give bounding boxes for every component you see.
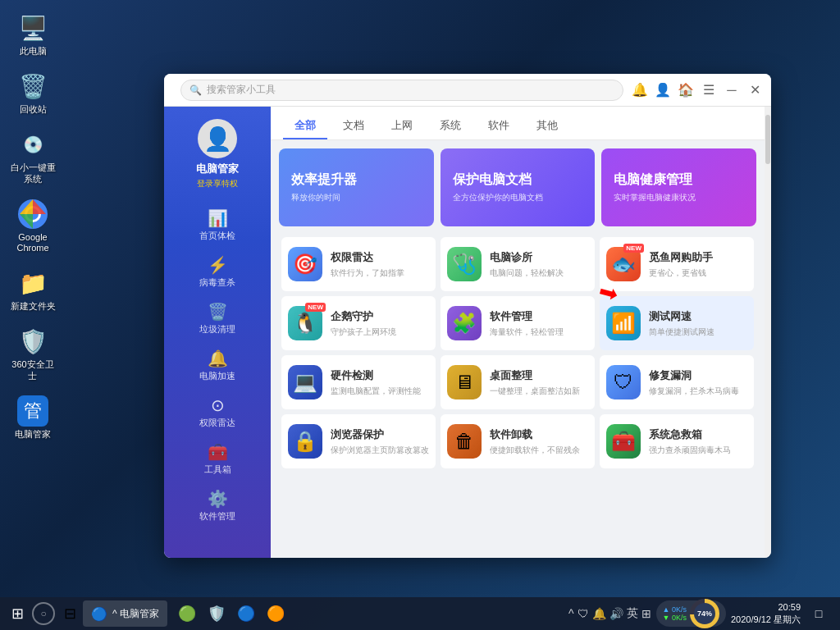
sidebar-item-virus[interactable]: ⚡ 病毒查杀 xyxy=(164,249,271,295)
sidebar-item-home[interactable]: 📊 首页体检 xyxy=(164,202,271,249)
sidebar-item-toolbox[interactable]: 🧰 工具箱 xyxy=(164,436,271,482)
tool-speed-test[interactable]: 📶 测试网速 简单便捷测试网速 xyxy=(600,296,754,350)
sidebar-virus-label: 病毒查杀 xyxy=(199,276,235,289)
desktop-icon-this-pc[interactable]: 🖥️ 此电脑 xyxy=(4,8,62,60)
tool-fix-hole-desc: 修复漏洞，拦杀木马病毒 xyxy=(649,386,739,397)
tool-rescue-text: 系统急救箱 强力查杀顽固病毒木马 xyxy=(649,427,731,456)
taskbar-search-circle[interactable]: ○ xyxy=(32,602,55,625)
sidebar-toolbox-label: 工具箱 xyxy=(204,463,231,476)
taskbar-clock[interactable]: 20:59 2020/9/12 星期六 xyxy=(731,601,801,627)
quota-icon: ⊙ xyxy=(211,395,225,415)
tool-quanxian-radar[interactable]: 🎯 权限雷达 软件行为，了如指掌 xyxy=(281,237,436,291)
title-bar-actions: 🔔 👤 🏠 ☰ ─ ✕ xyxy=(632,82,763,98)
tool-pc-diagnosis[interactable]: 🩺 电脑诊所 电脑问题，轻松解决 xyxy=(441,237,595,291)
virus-icon: ⚡ xyxy=(208,255,228,275)
desktop-icon-folder[interactable]: 📁 新建文件夹 xyxy=(4,263,62,315)
tool-fix-hole[interactable]: 🛡 修复漏洞 修复漏洞，拦杀木马病毒 xyxy=(600,355,754,409)
taskbar-guanjia-app[interactable]: 🔵 ^ 电脑管家 xyxy=(83,600,167,627)
tab-software[interactable]: 软件 xyxy=(477,113,521,139)
sidebar-avatar[interactable]: 👤 xyxy=(198,119,237,158)
sidebar-login[interactable]: 登录享特权 xyxy=(197,178,238,189)
tool-browser-protect-name: 浏览器保护 xyxy=(331,427,429,442)
hardware-icon: 💻 xyxy=(288,365,322,399)
tab-system[interactable]: 系统 xyxy=(428,113,472,139)
tool-rescue[interactable]: 🧰 系统急救箱 强力查杀顽固病毒木马 xyxy=(600,414,754,468)
close-button[interactable]: ✕ xyxy=(746,82,763,98)
bell-icon[interactable]: 🔔 xyxy=(632,82,648,98)
desktop-mgr-icon: 🖥 xyxy=(447,365,482,399)
browser-protect-icon: 🔒 xyxy=(288,424,322,459)
user-icon[interactable]: 👤 xyxy=(655,82,671,98)
title-bar: 🔍 搜索管家小工具 🔔 👤 🏠 ☰ ─ ✕ xyxy=(164,74,771,107)
tool-uninstall-desc: 便捷卸载软件，不留残余 xyxy=(490,445,580,456)
chrome-icon xyxy=(16,198,49,231)
tool-speed-test-name: 测试网速 xyxy=(649,309,714,324)
recycle-icon: 🗑️ xyxy=(16,70,49,103)
system-tray: ^ 🛡 🔔 🔊 英 ⊞ xyxy=(568,606,651,621)
taskbar-windows-icon[interactable]: ⊟ xyxy=(57,600,83,627)
rescue-icon: 🧰 xyxy=(606,424,641,459)
tool-software-mgr-text: 软件管理 海量软件，轻松管理 xyxy=(490,309,564,338)
sidebar-item-quota[interactable]: ⊙ 权限雷达 xyxy=(164,389,271,436)
tab-web[interactable]: 上网 xyxy=(380,113,424,139)
tray-speaker[interactable]: 🔊 xyxy=(609,607,623,620)
search-placeholder: 搜索管家小工具 xyxy=(207,83,276,97)
tool-maoyu[interactable]: 🐟 NEW 觅鱼网购助手 更省心，更省钱 xyxy=(600,237,754,291)
scroll-track[interactable] xyxy=(765,107,771,558)
taskbar-shield2-icon[interactable]: 🔵 xyxy=(233,600,259,627)
tab-doc[interactable]: 文档 xyxy=(331,113,376,139)
app-window: 🔍 搜索管家小工具 🔔 👤 🏠 ☰ ─ ✕ 👤 电脑管家 登录享特权 📊 首 xyxy=(164,74,771,558)
tool-hardware[interactable]: 💻 硬件检测 监测电脑配置，评测性能 xyxy=(281,355,436,409)
tool-desktop-mgr[interactable]: 🖥 桌面整理 一键整理，桌面整洁如新 xyxy=(441,355,595,409)
tab-all[interactable]: 全部 xyxy=(283,113,327,139)
new-badge-maoyu: NEW xyxy=(623,244,644,253)
tray-shield[interactable]: 🛡 xyxy=(578,607,589,620)
taskbar-notification-icon[interactable]: □ xyxy=(806,600,832,627)
tray-lang[interactable]: 英 xyxy=(627,606,638,621)
tool-pc-diagnosis-desc: 电脑问题，轻松解决 xyxy=(490,267,564,279)
sidebar-item-speedup[interactable]: 🔔 电脑加速 xyxy=(164,342,271,389)
tool-software-mgr-desc: 海量软件，轻松管理 xyxy=(490,326,564,338)
tray-grid[interactable]: ⊞ xyxy=(641,607,651,620)
nav-tabs: 全部 文档 上网 系统 软件 其他 xyxy=(271,107,765,140)
tab-other[interactable]: 其他 xyxy=(525,113,569,139)
sidebar-quota-label: 权限雷达 xyxy=(199,417,235,429)
tool-maoyu-name: 觅鱼网购助手 xyxy=(649,250,713,265)
start-button[interactable]: ⊞ xyxy=(4,600,30,627)
minimize-button[interactable]: ─ xyxy=(724,83,740,98)
tool-uninstall[interactable]: 🗑 软件卸载 便捷卸载软件，不留残余 xyxy=(441,414,595,468)
sidebar-item-trash[interactable]: 🗑️ 垃圾清理 xyxy=(164,295,271,342)
tray-bell[interactable]: 🔔 xyxy=(592,607,606,620)
taskbar-shield-icon[interactable]: 🛡️ xyxy=(203,600,230,627)
main-content: 全部 文档 上网 系统 软件 其他 效率提升器 释放你的时间 保护电脑文档 全方… xyxy=(271,107,765,558)
tool-hardware-text: 硬件检测 监测电脑配置，评测性能 xyxy=(331,368,421,397)
tray-chevron[interactable]: ^ xyxy=(568,607,574,620)
scroll-thumb[interactable] xyxy=(765,115,770,164)
desktop-icon-360[interactable]: 🛡️ 360安全卫士 xyxy=(4,322,62,384)
folder-label: 新建文件夹 xyxy=(11,301,56,312)
penguin-icon: 🐧 NEW xyxy=(288,306,322,340)
desktop-icon-chrome[interactable]: GoogleChrome xyxy=(4,194,62,257)
tool-browser-protect[interactable]: 🔒 浏览器保护 保护浏览器主页防篡改篡改 xyxy=(281,414,436,468)
new-badge-penguin: NEW xyxy=(305,303,326,312)
sidebar-item-software[interactable]: ⚙️ 软件管理 xyxy=(164,482,271,529)
search-bar[interactable]: 🔍 搜索管家小工具 xyxy=(180,80,623,101)
banner-efficiency[interactable]: 效率提升器 释放你的时间 xyxy=(279,148,434,226)
tool-speed-test-text: 测试网速 简单便捷测试网速 xyxy=(649,309,714,338)
banner-area: 效率提升器 释放你的时间 保护电脑文档 全方位保护你的电脑文档 电脑健康管理 实… xyxy=(271,140,765,235)
guanjia-taskbar-icon: 🔵 xyxy=(91,606,107,622)
fix-hole-icon: 🛡 xyxy=(606,365,641,399)
home-icon[interactable]: 🏠 xyxy=(678,82,694,98)
tool-software-mgr[interactable]: 🧩 软件管理 海量软件，轻松管理 xyxy=(441,296,595,350)
desktop-icon-baijian[interactable]: 💿 白小一键重系统 xyxy=(4,125,62,187)
desktop-icon-guanjia[interactable]: 管 电脑管家 xyxy=(4,391,62,443)
tool-penguin[interactable]: 🐧 NEW 企鹅守护 守护孩子上网环境 xyxy=(281,296,436,350)
network-widget[interactable]: ▲ 0K/s ▼ 0K/s 74% xyxy=(656,600,726,627)
desktop-icon-recycle[interactable]: 🗑️ 回收站 xyxy=(4,66,62,118)
taskbar-orange-icon[interactable]: 🟠 xyxy=(262,600,289,627)
menu-icon[interactable]: ☰ xyxy=(701,82,717,98)
taskbar-360-icon[interactable]: 🟢 xyxy=(174,600,200,627)
banner-protect[interactable]: 保护电脑文档 全方位保护你的电脑文档 xyxy=(441,148,596,226)
tool-software-mgr-name: 软件管理 xyxy=(490,309,564,324)
banner-health[interactable]: 电脑健康管理 实时掌握电脑健康状况 xyxy=(601,148,756,226)
